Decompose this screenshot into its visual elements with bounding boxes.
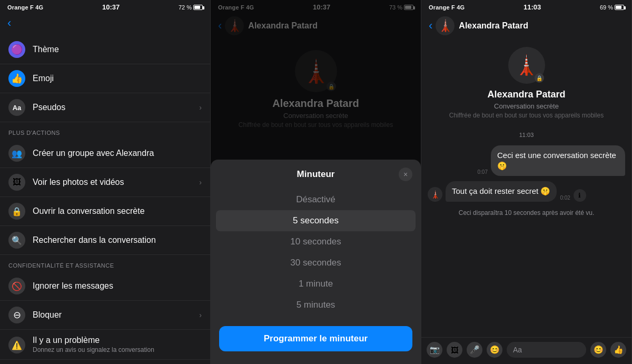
profile-desc-3: Chiffrée de bout en bout sur tous vos ap…	[449, 111, 604, 120]
ignore-icon: 🚫	[8, 278, 25, 294]
profile-avatar-3: 🗼 🔒	[508, 47, 545, 84]
photos-icon: 🖼	[8, 174, 25, 191]
message-2: 🗼 Tout ça doit rester secret 🤫 0:02 ℹ	[428, 181, 625, 201]
chat-area: 11:03 0:07 Ceci est une conversation sec…	[421, 124, 631, 337]
message-1: 0:07 Ceci est une conversation secrète 🤫	[428, 145, 625, 176]
schedule-timer-button[interactable]: Programmer le minuteur	[219, 326, 412, 351]
block-chevron: ›	[199, 311, 202, 319]
ignore-label: Ignorer les messages	[33, 281, 202, 291]
panel-settings: Orange F 4G 10:37 72 % ‹ 🟣 Thème 👍 Emoji…	[0, 0, 211, 364]
timer-options: Désactivé 5 secondes 10 secondes 30 seco…	[211, 186, 421, 323]
chat-bottom: 📷 🖼 🎤 😊 Aa 😊 👍	[421, 337, 631, 364]
theme-label: Thème	[33, 45, 202, 54]
msg-bubble-1: Ceci est une conversation secrète 🤫	[491, 145, 625, 176]
battery-icon-1	[193, 5, 203, 10]
back-button-3[interactable]: ‹	[429, 19, 432, 33]
modal-title-row: Minuteur ×	[211, 167, 421, 186]
timer-5s[interactable]: 5 secondes	[216, 210, 416, 231]
theme-item[interactable]: 🟣 Thème	[0, 35, 210, 64]
incoming-status-icon: ℹ	[574, 189, 586, 202]
message-input[interactable]: Aa	[507, 342, 586, 358]
create-group-item[interactable]: 👥 Créer un groupe avec Alexandra	[0, 139, 210, 168]
battery-1: 72 %	[179, 4, 203, 11]
panel-timer: Orange F 4G 10:37 73 % ‹ 🗼 Alexandra Pat…	[211, 0, 421, 364]
problem-item[interactable]: ⚠️ Il y a un problème Donnez un avis ou …	[0, 330, 210, 360]
section-plus-actions: PLUS D'ACTIONS	[0, 122, 210, 139]
block-label: Bloquer	[33, 310, 199, 320]
carrier-3: Orange F 4G	[429, 4, 465, 11]
modal-title: Minuteur	[297, 169, 335, 180]
contact-name-3: Alexandra Patard	[459, 21, 528, 31]
emoji-button[interactable]: 😊	[590, 342, 606, 358]
eiffel-large-3: 🗼	[515, 54, 538, 76]
group-icon: 👥	[8, 145, 25, 162]
pseudos-chevron: ›	[199, 103, 202, 112]
time-3: 11:03	[524, 3, 541, 11]
emoji-label: Emoji	[33, 74, 202, 83]
time-1: 10:37	[102, 3, 120, 11]
profile-section-3: 🗼 🔒 Alexandra Patard Conversation secrèt…	[421, 40, 631, 124]
pseudos-item[interactable]: Aa Pseudos ›	[0, 93, 210, 122]
group-label: Créer un groupe avec Alexandra	[33, 149, 202, 158]
settings-list: 🟣 Thème 👍 Emoji Aa Pseudos › PLUS D'ACTI…	[0, 35, 210, 364]
profile-subtitle-3: Conversation secrète	[494, 102, 559, 110]
emoji-icon: 👍	[8, 70, 25, 87]
photos-chevron: ›	[199, 178, 202, 186]
search-item[interactable]: 🔍 Rechercher dans la conversation	[0, 226, 210, 255]
block-item[interactable]: ⊖ Bloquer ›	[0, 301, 210, 330]
pseudos-icon: Aa	[8, 99, 25, 116]
timer-off[interactable]: Désactivé	[211, 189, 421, 210]
input-placeholder: Aa	[513, 346, 522, 354]
pseudos-label: Pseudos	[33, 103, 199, 112]
battery-icon-3	[615, 5, 624, 10]
problem-sublabel: Donnez un avis ou signalez la conversati…	[33, 346, 202, 353]
timer-5m[interactable]: 5 minutes	[211, 294, 421, 316]
search-icon: 🔍	[8, 232, 25, 249]
mic-button[interactable]: 🎤	[467, 342, 482, 358]
ignore-item[interactable]: 🚫 Ignorer les messages	[0, 272, 210, 301]
secret-label: Ouvrir la conversation secrète	[33, 206, 202, 216]
panel-chat: Orange F 4G 11:03 69 % ‹ 🗼 Alexandra Pat…	[421, 0, 632, 364]
problem-label: Il y a un problème	[33, 336, 202, 345]
camera-button[interactable]: 📷	[427, 342, 442, 358]
status-bar-1: Orange F 4G 10:37 72 %	[0, 0, 210, 13]
carrier-1: Orange F 4G	[7, 4, 43, 11]
block-icon: ⊖	[8, 307, 25, 323]
like-button[interactable]: 👍	[610, 342, 626, 358]
photos-item[interactable]: 🖼 Voir les photos et vidéos ›	[0, 168, 210, 197]
eiffel-icon-3: 🗼	[438, 19, 452, 33]
search-label: Rechercher dans la conversation	[33, 235, 202, 245]
msg-time-2: 0:02	[560, 195, 570, 201]
profile-name-3: Alexandra Patard	[487, 89, 565, 100]
photo-button[interactable]: 🖼	[447, 342, 462, 358]
msg-time-1: 0:07	[478, 169, 488, 175]
time-divider: 11:03	[428, 132, 625, 138]
contact-avatar-3: 🗼	[436, 16, 455, 35]
msg-avatar-2: 🗼	[428, 187, 442, 202]
sticker-button[interactable]: 😊	[487, 342, 502, 358]
back-button-1[interactable]: ‹	[7, 16, 11, 30]
disappear-notice: Ceci disparaîtra 10 secondes après avoir…	[428, 207, 625, 219]
modal-overlay: Minuteur × Désactivé 5 secondes 10 secon…	[211, 0, 421, 364]
modal-close-button[interactable]: ×	[399, 168, 412, 181]
secret-item[interactable]: 🔒 Ouvrir la conversation secrète	[0, 197, 210, 226]
chat-header-3: ‹ 🗼 Alexandra Patard	[421, 13, 631, 40]
lock-badge-3: 🔒	[535, 73, 544, 83]
timer-modal: Minuteur × Désactivé 5 secondes 10 secon…	[211, 160, 421, 364]
timer-30s[interactable]: 30 secondes	[211, 252, 421, 273]
theme-icon: 🟣	[8, 41, 25, 58]
timer-1m[interactable]: 1 minute	[211, 273, 421, 294]
section-privacy: CONFIDENTIALITÉ ET ASSISTANCE	[0, 255, 210, 272]
secret-icon: 🔒	[8, 203, 25, 220]
problem-icon: ⚠️	[8, 337, 25, 353]
emoji-item[interactable]: 👍 Emoji	[0, 64, 210, 93]
timer-10s[interactable]: 10 secondes	[211, 231, 421, 252]
photos-label: Voir les photos et vidéos	[33, 178, 199, 187]
settings-header: ‹	[0, 13, 210, 35]
status-bar-3: Orange F 4G 11:03 69 %	[421, 0, 631, 13]
msg-bubble-2: Tout ça doit rester secret 🤫	[446, 181, 557, 201]
battery-3: 69 %	[600, 4, 624, 11]
